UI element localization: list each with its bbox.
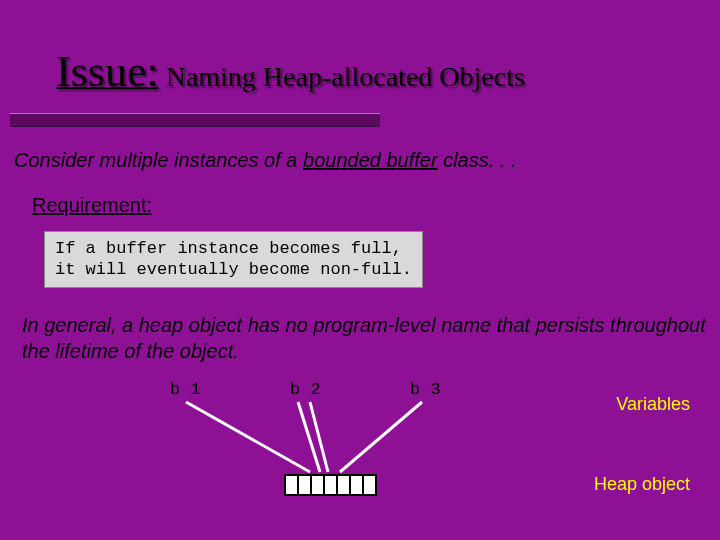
heap-cell	[362, 474, 377, 496]
requirement-label: Requirement:	[32, 194, 720, 217]
req-kw-it: it	[55, 260, 75, 279]
req-kw-if: If	[55, 239, 75, 258]
intro-before: Consider multiple instances of a	[14, 149, 303, 171]
heap-diagram: b 1 b 2 b 3	[170, 380, 490, 510]
requirement-line-2: it will eventually become non-full.	[55, 259, 412, 280]
arrow-b2-left	[298, 402, 320, 472]
heap-object-cells	[284, 474, 377, 496]
arrow-b3	[340, 402, 422, 472]
req-line2-rest: will eventually become non-full.	[75, 260, 412, 279]
requirement-line-1: If a buffer instance becomes full,	[55, 238, 412, 259]
arrow-b1	[186, 402, 310, 472]
requirement-box: If a buffer instance becomes full, it wi…	[44, 231, 423, 288]
title-issue: Issue:	[56, 47, 159, 96]
title-underline-bar	[10, 113, 380, 127]
intro-paragraph: Consider multiple instances of a bounded…	[14, 149, 720, 172]
title-block: Issue: Naming Heap-allocated Objects	[0, 0, 720, 97]
general-paragraph: In general, a heap object has no program…	[22, 312, 720, 364]
title-rest: Naming Heap-allocated Objects	[159, 61, 525, 92]
intro-bounded: bounded buffer	[303, 149, 438, 171]
label-heap-object: Heap object	[594, 474, 690, 495]
req-line1-rest: a buffer instance becomes full,	[75, 239, 401, 258]
slide-title: Issue: Naming Heap-allocated Objects	[56, 46, 720, 97]
label-variables: Variables	[616, 394, 690, 415]
arrow-b2-right	[310, 402, 328, 472]
intro-after: class. . .	[438, 149, 517, 171]
